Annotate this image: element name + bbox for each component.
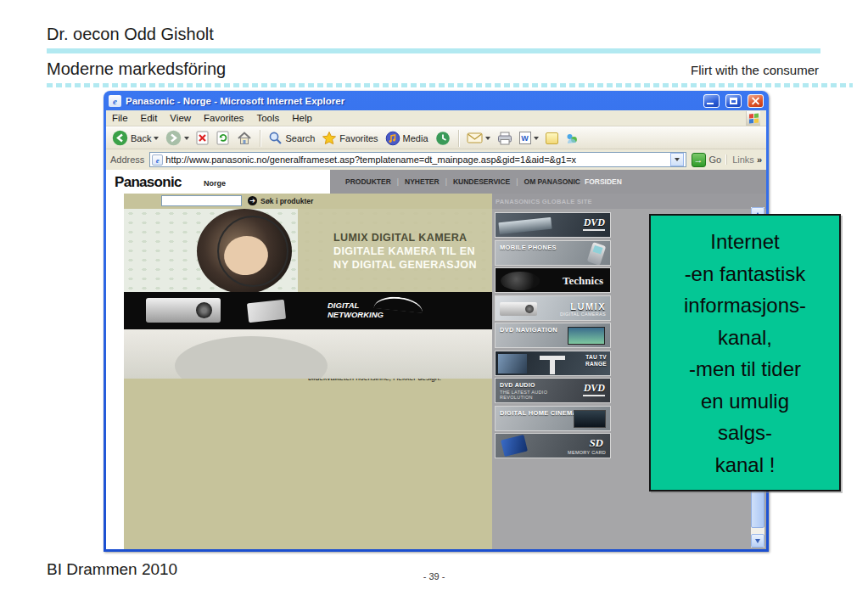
- forward-button[interactable]: [164, 129, 191, 147]
- minimize-button[interactable]: [703, 94, 720, 108]
- banner-title: LUMIX DIGITAL KAMERA: [333, 231, 477, 244]
- banner-text: LUMIX DIGITAL KAMERA DIGITALE KAMERA TIL…: [333, 231, 477, 272]
- refresh-icon: [216, 131, 230, 145]
- nav-screen-image: [568, 327, 605, 345]
- annotation-box: Internet -en fantastisk informasjons- ka…: [649, 214, 841, 491]
- camera-image: [146, 298, 221, 323]
- slide-tagline: Flirt with the consumer: [691, 63, 819, 77]
- go-arrow-icon: →: [692, 153, 706, 167]
- tile-technics[interactable]: Technics: [495, 267, 611, 293]
- address-caret-icon: [675, 158, 680, 161]
- close-button[interactable]: [748, 94, 764, 108]
- banner-subtitle-2: NY DIGITAL GENERASJON: [333, 258, 477, 272]
- tile-home-cinema[interactable]: DIGITAL HOME CINEMA: [495, 406, 611, 431]
- hero-banner[interactable]: LUMIX DIGITAL KAMERA DIGITALE KAMERA TIL…: [124, 209, 492, 379]
- product-search-label[interactable]: Søk i produkter: [260, 197, 313, 205]
- sd-card-image: [501, 435, 528, 457]
- mail-icon: [467, 132, 483, 144]
- favorites-label: Favorites: [339, 133, 378, 143]
- messenger-button[interactable]: [563, 131, 580, 146]
- home-icon: [237, 131, 252, 145]
- stop-button[interactable]: [194, 130, 211, 146]
- nav-separator: |: [445, 177, 447, 186]
- tile-mobile-phones[interactable]: MOBILE PHONES: [495, 240, 611, 266]
- scroll-down-button[interactable]: [751, 534, 764, 548]
- go-button[interactable]: → Go: [692, 153, 722, 167]
- nav-nyheter[interactable]: NYHETER: [405, 177, 440, 186]
- ie-icon: e: [109, 95, 121, 107]
- stop-icon: [196, 131, 210, 145]
- maximize-button[interactable]: [725, 94, 742, 108]
- annotation-line: kanal,: [651, 322, 839, 354]
- back-button[interactable]: Back: [110, 129, 160, 147]
- links-button[interactable]: Links »: [726, 154, 762, 165]
- tile-tau-tv[interactable]: TAU TV RANGE: [495, 351, 611, 376]
- nav-om-panasonic[interactable]: OM PANASONIC: [524, 177, 580, 186]
- tile-dvd[interactable]: DVD: [495, 212, 611, 238]
- forward-icon: [165, 130, 182, 146]
- tile-sublabel: THE LATEST AUDIO REVOLUTION: [500, 390, 559, 400]
- divider-solid: [47, 48, 820, 53]
- title-bar[interactable]: e Panasonic - Norge - Microsoft Internet…: [106, 91, 766, 110]
- toolbar-separator: [260, 130, 260, 147]
- menu-help[interactable]: Help: [292, 113, 312, 123]
- nav-forsiden[interactable]: FORSIDEN: [585, 177, 622, 186]
- print-button[interactable]: [496, 131, 514, 146]
- product-search-input[interactable]: [161, 195, 242, 206]
- nav-separator: |: [397, 177, 399, 186]
- back-caret-icon[interactable]: [154, 137, 159, 140]
- address-dropdown-button[interactable]: [670, 153, 684, 166]
- favorites-button[interactable]: Favorites: [320, 130, 379, 146]
- page-number: - 39 -: [0, 571, 868, 581]
- search-label: Search: [285, 133, 315, 143]
- panasonic-logo[interactable]: Panasonic: [115, 174, 182, 191]
- menu-tools[interactable]: Tools: [256, 113, 279, 123]
- refresh-button[interactable]: [215, 130, 232, 146]
- annotation-line: salgs-: [651, 417, 839, 449]
- tile-lumix[interactable]: LUMIX DIGITAL CAMERAS: [495, 295, 611, 321]
- dvd-logo-bar: [583, 395, 605, 396]
- tile-label: DIGITAL HOME CINEMA: [500, 410, 577, 418]
- tile-sd-memory[interactable]: SD MEMORY CARD: [495, 433, 611, 458]
- annotation-line: informasjons-: [651, 289, 839, 322]
- edit-caret-icon[interactable]: [534, 137, 539, 140]
- media-button[interactable]: Media: [384, 130, 430, 147]
- toolbar: Back Search: [106, 126, 766, 149]
- back-label: Back: [131, 133, 151, 143]
- menu-edit[interactable]: Edit: [141, 113, 158, 123]
- product-search-arrow-icon[interactable]: ➔: [248, 196, 257, 205]
- home-button[interactable]: [235, 130, 254, 146]
- forward-caret-icon[interactable]: [184, 137, 189, 140]
- photo-lower: [124, 329, 492, 379]
- history-button[interactable]: [434, 130, 452, 147]
- address-input[interactable]: [165, 154, 667, 165]
- search-button[interactable]: Search: [266, 130, 316, 146]
- mail-caret-icon[interactable]: [485, 137, 490, 140]
- global-site-link[interactable]: PANASONICS GLOBALE SITE: [496, 198, 592, 205]
- tile-dvd-audio[interactable]: DVD AUDIO THE LATEST AUDIO REVOLUTION DV…: [495, 378, 611, 403]
- tile-sublabel: MEMORY CARD: [568, 450, 606, 455]
- window-title: Panasonic - Norge - Microsoft Internet E…: [126, 96, 697, 106]
- menu-file[interactable]: File: [112, 113, 128, 123]
- scroll-down-icon: [755, 539, 760, 543]
- nav-produkter[interactable]: PRODUKTER: [345, 177, 391, 186]
- cinema-tv-image: [574, 410, 606, 428]
- menu-favorites[interactable]: Favorites: [204, 113, 244, 123]
- tile-dvd-navigation[interactable]: DVD NAVIGATION: [495, 323, 611, 348]
- edit-word-button[interactable]: W: [518, 131, 540, 145]
- annotation-line: kanal !: [651, 449, 839, 481]
- slide-author: Dr. oecon Odd Gisholt: [47, 25, 214, 44]
- site-header: Panasonic Norge: [106, 170, 330, 194]
- annotation-line: en umulig: [651, 385, 839, 418]
- word-doc-icon: W: [519, 132, 531, 144]
- nav-kundeservice[interactable]: KUNDESERVICE: [453, 177, 510, 186]
- mail-button[interactable]: [465, 131, 492, 145]
- address-bar: Address e → Go Links »: [106, 149, 766, 170]
- site-nav: PRODUKTER | NYHETER | KUNDESERVICE | OM …: [330, 170, 766, 194]
- search-icon: [268, 131, 283, 145]
- back-icon: [112, 130, 128, 146]
- menu-view[interactable]: View: [170, 113, 191, 123]
- tile-label: MOBILE PHONES: [500, 244, 557, 252]
- messenger-icon: [565, 132, 579, 145]
- discuss-button[interactable]: [544, 132, 560, 145]
